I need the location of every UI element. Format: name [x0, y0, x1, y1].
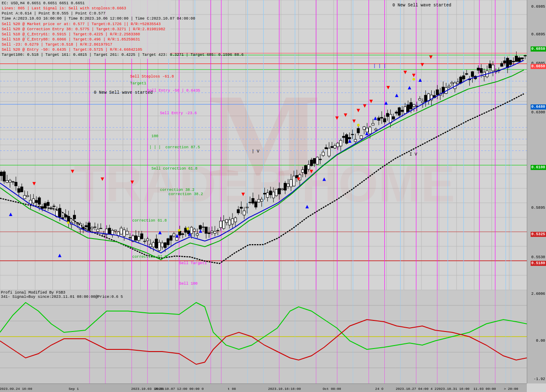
target-line: Target100: 0.518 | Target 161: 0.4815 | … [2, 52, 169, 58]
sell-line-1: Sell %20 @ Market price or at: 0.577 | T… [2, 22, 169, 27]
signal-line: Lines: 865 | Last Signal is: Sell with s… [2, 6, 169, 11]
symbol-line: EC: USD,H4 0.6651 0.6651 6651 0.6651 [2, 1, 169, 6]
chart-container: EC: USD,H4 0.6651 0.6651 6651 0.6651 Lin… [0, 0, 546, 392]
points-line: Point A:0.614 | Point B:0.555 | Point C:… [2, 11, 169, 16]
info-panel: EC: USD,H4 0.6651 0.6651 6651 0.6651 Lin… [0, 0, 171, 59]
sub-chart-info: Profi ional Modified By FSB3 341- Signal… [1, 291, 123, 299]
sub-scale: 2.60060.00-1.92 [527, 290, 546, 383]
sub-title: Profi ional Modified By FSB3 [1, 291, 123, 295]
sub-signal: 341- Signal=Buy since:2023.11.01 08:00:0… [1, 295, 123, 299]
price-scale: 0.69850.68950.68500.68050.66500.64800.63… [527, 0, 546, 290]
sell-line-5: Sell -23: 0.6279 | Target:0.518 | R/R:2.… [2, 42, 169, 47]
sell-line-2: Sell %20 @ Correction Entry 38: 0.5775 |… [2, 27, 169, 32]
sell-line-4: Sell %10 @ C_Entry88: 0.6066 | Target:0.… [2, 37, 169, 42]
sell-line-6: Sell %20 @ Entry -50: 0.6435 | Target:0.… [2, 47, 169, 52]
sub-chart-canvas [0, 290, 527, 383]
time-axis: 2023.09.24 16:00Sep 12023.10.03 16:00202… [0, 383, 527, 392]
sell-line-3: Sell %10 @ C_Entry61: 0.5915 | Target:0.… [2, 32, 169, 37]
time-line: Time A:2023.10.03 16:00:00 | Time B:2023… [2, 16, 169, 21]
